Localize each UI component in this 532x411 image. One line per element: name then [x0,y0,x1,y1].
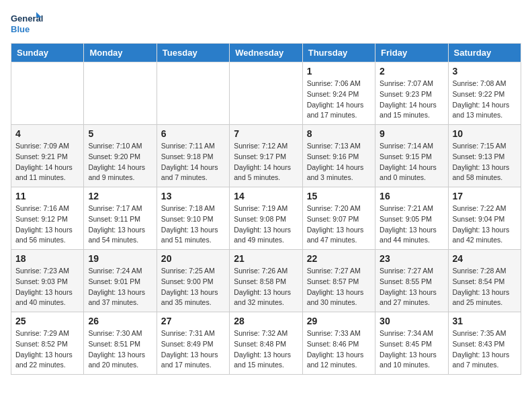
calendar-day-cell: 23Sunrise: 7:27 AM Sunset: 8:55 PM Dayli… [375,250,448,312]
calendar-day-cell: 28Sunrise: 7:32 AM Sunset: 8:48 PM Dayli… [230,312,302,375]
day-info: Sunrise: 7:15 AM Sunset: 9:13 PM Dayligh… [453,141,517,183]
calendar-day-cell: 13Sunrise: 7:18 AM Sunset: 9:10 PM Dayli… [157,187,229,250]
calendar-day-cell [230,62,302,125]
day-number: 23 [380,253,443,264]
day-number: 20 [161,253,225,264]
day-info: Sunrise: 7:30 AM Sunset: 8:51 PM Dayligh… [88,328,152,371]
calendar-day-cell: 24Sunrise: 7:28 AM Sunset: 8:54 PM Dayli… [448,250,521,312]
day-info: Sunrise: 7:17 AM Sunset: 9:11 PM Dayligh… [88,203,152,246]
calendar-day-cell: 1Sunrise: 7:06 AM Sunset: 9:24 PM Daylig… [302,62,375,125]
day-info: Sunrise: 7:33 AM Sunset: 8:46 PM Dayligh… [307,328,371,371]
day-number: 14 [234,191,298,201]
calendar-day-cell: 9Sunrise: 7:14 AM Sunset: 9:15 PM Daylig… [375,125,448,187]
day-info: Sunrise: 7:35 AM Sunset: 8:43 PM Dayligh… [453,328,517,371]
calendar-day-cell: 4Sunrise: 7:09 AM Sunset: 9:21 PM Daylig… [11,125,84,187]
day-info: Sunrise: 7:25 AM Sunset: 9:00 PM Dayligh… [161,266,225,308]
calendar-day-cell: 10Sunrise: 7:15 AM Sunset: 9:13 PM Dayli… [448,125,521,187]
day-number: 3 [453,66,517,77]
day-info: Sunrise: 7:20 AM Sunset: 9:07 PM Dayligh… [307,203,371,246]
calendar-day-cell: 16Sunrise: 7:21 AM Sunset: 9:05 PM Dayli… [375,187,448,250]
day-number: 4 [15,128,79,139]
calendar-day-cell: 18Sunrise: 7:23 AM Sunset: 9:03 PM Dayli… [11,250,84,312]
day-number: 13 [161,191,225,201]
day-info: Sunrise: 7:07 AM Sunset: 9:23 PM Dayligh… [380,79,443,121]
day-number: 15 [307,191,371,201]
day-number: 10 [453,128,517,139]
day-info: Sunrise: 7:31 AM Sunset: 8:49 PM Dayligh… [161,328,225,371]
calendar-week-row: 1Sunrise: 7:06 AM Sunset: 9:24 PM Daylig… [11,62,521,125]
day-of-week-header: Saturday [448,44,521,62]
day-info: Sunrise: 7:11 AM Sunset: 9:18 PM Dayligh… [161,141,225,183]
day-info: Sunrise: 7:19 AM Sunset: 9:08 PM Dayligh… [234,203,298,246]
day-info: Sunrise: 7:28 AM Sunset: 8:54 PM Dayligh… [453,266,517,308]
logo: General Blue [11,11,44,36]
header: General Blue [11,11,521,36]
day-info: Sunrise: 7:13 AM Sunset: 9:16 PM Dayligh… [307,141,371,183]
day-info: Sunrise: 7:12 AM Sunset: 9:17 PM Dayligh… [234,141,298,183]
calendar-day-cell: 15Sunrise: 7:20 AM Sunset: 9:07 PM Dayli… [302,187,375,250]
calendar-day-cell: 7Sunrise: 7:12 AM Sunset: 9:17 PM Daylig… [230,125,302,187]
day-number: 29 [307,316,371,326]
day-number: 9 [380,128,443,139]
day-of-week-header: Wednesday [230,44,302,62]
day-of-week-header: Thursday [302,44,375,62]
calendar-day-cell: 12Sunrise: 7:17 AM Sunset: 9:11 PM Dayli… [84,187,157,250]
calendar-day-cell: 6Sunrise: 7:11 AM Sunset: 9:18 PM Daylig… [157,125,229,187]
day-number: 19 [88,253,152,264]
day-number: 11 [15,191,79,201]
calendar-day-cell: 22Sunrise: 7:27 AM Sunset: 8:57 PM Dayli… [302,250,375,312]
day-info: Sunrise: 7:24 AM Sunset: 9:01 PM Dayligh… [88,266,152,308]
calendar-week-row: 25Sunrise: 7:29 AM Sunset: 8:52 PM Dayli… [11,312,521,375]
calendar-day-cell: 25Sunrise: 7:29 AM Sunset: 8:52 PM Dayli… [11,312,84,375]
day-number: 21 [234,253,298,264]
calendar-day-cell: 29Sunrise: 7:33 AM Sunset: 8:46 PM Dayli… [302,312,375,375]
day-number: 16 [380,191,443,201]
logo-svg: General Blue [11,11,44,36]
day-number: 17 [453,191,517,201]
calendar-day-cell: 27Sunrise: 7:31 AM Sunset: 8:49 PM Dayli… [157,312,229,375]
day-number: 27 [161,316,225,326]
calendar-week-row: 4Sunrise: 7:09 AM Sunset: 9:21 PM Daylig… [11,125,521,187]
day-info: Sunrise: 7:08 AM Sunset: 9:22 PM Dayligh… [453,79,517,121]
day-info: Sunrise: 7:21 AM Sunset: 9:05 PM Dayligh… [380,203,443,246]
day-number: 26 [88,316,152,326]
day-of-week-header: Tuesday [157,44,229,62]
day-number: 5 [88,128,152,139]
day-number: 24 [453,253,517,264]
day-number: 18 [15,253,79,264]
day-number: 2 [380,66,443,77]
day-number: 8 [307,128,371,139]
day-number: 7 [234,128,298,139]
calendar-day-cell: 21Sunrise: 7:26 AM Sunset: 8:58 PM Dayli… [230,250,302,312]
day-number: 28 [234,316,298,326]
calendar-table: SundayMondayTuesdayWednesdayThursdayFrid… [11,43,521,375]
calendar-day-cell [157,62,229,125]
day-of-week-header: Monday [84,44,157,62]
calendar-day-cell: 17Sunrise: 7:22 AM Sunset: 9:04 PM Dayli… [448,187,521,250]
day-info: Sunrise: 7:26 AM Sunset: 8:58 PM Dayligh… [234,266,298,308]
calendar-week-row: 11Sunrise: 7:16 AM Sunset: 9:12 PM Dayli… [11,187,521,250]
day-number: 1 [307,66,371,77]
calendar-day-cell [11,62,84,125]
calendar-week-row: 18Sunrise: 7:23 AM Sunset: 9:03 PM Dayli… [11,250,521,312]
day-info: Sunrise: 7:18 AM Sunset: 9:10 PM Dayligh… [161,203,225,246]
calendar-day-cell [84,62,157,125]
calendar-day-cell: 2Sunrise: 7:07 AM Sunset: 9:23 PM Daylig… [375,62,448,125]
svg-text:Blue: Blue [11,24,30,34]
day-of-week-header: Sunday [11,44,84,62]
day-number: 31 [453,316,517,326]
day-info: Sunrise: 7:34 AM Sunset: 8:45 PM Dayligh… [380,328,443,371]
day-number: 25 [15,316,79,326]
day-info: Sunrise: 7:23 AM Sunset: 9:03 PM Dayligh… [15,266,79,308]
day-info: Sunrise: 7:10 AM Sunset: 9:20 PM Dayligh… [88,141,152,183]
day-info: Sunrise: 7:06 AM Sunset: 9:24 PM Dayligh… [307,79,371,121]
calendar-day-cell: 26Sunrise: 7:30 AM Sunset: 8:51 PM Dayli… [84,312,157,375]
day-number: 22 [307,253,371,264]
calendar-day-cell: 11Sunrise: 7:16 AM Sunset: 9:12 PM Dayli… [11,187,84,250]
calendar-day-cell: 8Sunrise: 7:13 AM Sunset: 9:16 PM Daylig… [302,125,375,187]
calendar-day-cell: 31Sunrise: 7:35 AM Sunset: 8:43 PM Dayli… [448,312,521,375]
day-info: Sunrise: 7:27 AM Sunset: 8:55 PM Dayligh… [380,266,443,308]
calendar-day-cell: 3Sunrise: 7:08 AM Sunset: 9:22 PM Daylig… [448,62,521,125]
day-info: Sunrise: 7:14 AM Sunset: 9:15 PM Dayligh… [380,141,443,183]
day-info: Sunrise: 7:32 AM Sunset: 8:48 PM Dayligh… [234,328,298,371]
